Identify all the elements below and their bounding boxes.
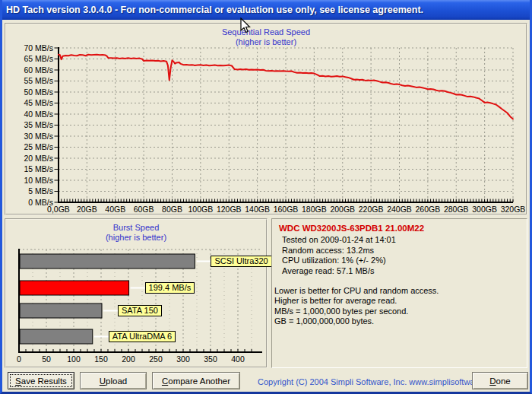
svg-text:25 MB/s: 25 MB/s — [24, 142, 53, 151]
svg-text:0: 0 — [17, 354, 21, 364]
svg-text:200GB: 200GB — [330, 205, 355, 214]
save-label: ave Results — [21, 377, 67, 386]
svg-text:40 MB/s: 40 MB/s — [24, 110, 53, 119]
svg-text:55 MB/s: 55 MB/s — [24, 76, 53, 85]
upload-mnemonic: U — [100, 377, 106, 386]
burst-speed-panel: 050100150200250300350400 Burst Speed (hi… — [5, 218, 268, 368]
svg-text:280GB: 280GB — [444, 205, 469, 214]
svg-text:260GB: 260GB — [416, 205, 441, 214]
svg-text:50 MB/s: 50 MB/s — [24, 87, 53, 97]
note-higher: Higher is better for average read. — [274, 296, 522, 306]
svg-text:60GB: 60GB — [134, 205, 154, 214]
svg-text:320GB: 320GB — [501, 205, 526, 214]
svg-text:300: 300 — [176, 354, 190, 364]
done-mnemonic: D — [489, 377, 496, 386]
burst-bar-label: SATA 150 — [118, 305, 162, 316]
svg-text:250: 250 — [149, 354, 163, 364]
burst-chart-title: Burst Speed — [6, 223, 266, 233]
done-label: one — [496, 377, 511, 386]
note-gb: GB = 1,000,000,000 bytes. — [274, 316, 522, 326]
burst-bar-label: ATA UltraDMA 6 — [109, 331, 176, 342]
tested-on: Tested on 2009-01-24 at 14:01 — [282, 235, 522, 245]
window-title: HD Tach version 3.0.4.0 - For non-commer… — [6, 5, 423, 15]
average-read: Average read: 57.1 MB/s — [282, 266, 522, 276]
svg-text:180GB: 180GB — [302, 205, 327, 214]
upload-results-button[interactable]: Upload Results — [80, 372, 147, 389]
svg-text:30 MB/s: 30 MB/s — [24, 132, 53, 141]
svg-text:15 MB/s: 15 MB/s — [24, 164, 53, 173]
copyright-text: Copyright (C) 2004 Simpli Software, Inc.… — [258, 377, 469, 386]
svg-text:120GB: 120GB — [217, 205, 242, 214]
svg-text:160GB: 160GB — [274, 205, 299, 214]
svg-text:300GB: 300GB — [472, 205, 497, 214]
svg-text:50: 50 — [42, 354, 51, 364]
svg-text:5 MB/s: 5 MB/s — [28, 186, 53, 195]
save-mnemonic: S — [15, 377, 21, 386]
compare-mnemonic: C — [162, 377, 168, 386]
window-content: 70 MB/s65 MB/s60 MB/s55 MB/s50 MB/s45 MB… — [2, 20, 530, 392]
svg-text:20 MB/s: 20 MB/s — [24, 154, 53, 163]
svg-text:100GB: 100GB — [188, 205, 214, 214]
svg-text:40GB: 40GB — [105, 205, 125, 214]
cpu-utilization: CPU utilization: 1% (+/- 2%) — [282, 256, 522, 265]
compare-label: ompare Another Drive — [168, 377, 230, 394]
note-lower: Lower is better for CPU and random acces… — [274, 286, 522, 296]
svg-text:200: 200 — [122, 354, 135, 364]
svg-text:240GB: 240GB — [387, 205, 412, 214]
svg-text:140GB: 140GB — [245, 205, 270, 214]
sequential-read-panel: 70 MB/s65 MB/s60 MB/s55 MB/s50 MB/s45 MB… — [5, 23, 527, 215]
seq-chart-title: Sequential Read Speed — [6, 27, 526, 37]
compare-another-drive-button[interactable]: Compare Another Drive — [152, 372, 240, 389]
done-button[interactable]: Done — [472, 372, 528, 389]
burst-bar-label: SCSI Ultra320 — [211, 256, 271, 267]
svg-text:0,0GB: 0,0GB — [47, 205, 70, 214]
note-mbs: MB/s = 1,000,000 bytes per second. — [274, 307, 522, 316]
sequential-read-chart: 70 MB/s65 MB/s60 MB/s55 MB/s50 MB/s45 MB… — [6, 24, 526, 214]
burst-chart-subtitle: (higher is better) — [6, 233, 266, 243]
random-access: Random access: 13.2ms — [282, 246, 522, 256]
svg-text:350: 350 — [204, 354, 217, 364]
hdtach-window: HD Tach version 3.0.4.0 - For non-commer… — [0, 0, 532, 394]
seq-chart-subtitle: (higher is better) — [6, 37, 526, 47]
spacer — [274, 276, 522, 286]
svg-text:60 MB/s: 60 MB/s — [24, 65, 53, 75]
titlebar[interactable]: HD Tach version 3.0.4.0 - For non-commer… — [0, 0, 532, 20]
drive-name: WDC WD3200JS-63PDB1 21.00M22 — [279, 224, 522, 234]
svg-text:45 MB/s: 45 MB/s — [24, 98, 53, 107]
drive-info-panel: WDC WD3200JS-63PDB1 21.00M22 Tested on 2… — [271, 218, 527, 368]
svg-text:10 MB/s: 10 MB/s — [24, 176, 53, 185]
save-results-button[interactable]: Save Results — [8, 372, 74, 389]
svg-text:100: 100 — [67, 354, 81, 364]
svg-text:400: 400 — [231, 354, 245, 364]
svg-text:80GB: 80GB — [162, 205, 182, 214]
svg-text:20GB: 20GB — [77, 205, 97, 214]
svg-text:35 MB/s: 35 MB/s — [24, 120, 53, 129]
burst-bar-label: 199.4 MB/s — [145, 282, 195, 294]
svg-text:220GB: 220GB — [359, 205, 384, 214]
svg-text:65 MB/s: 65 MB/s — [24, 54, 53, 63]
svg-text:150: 150 — [94, 354, 108, 364]
